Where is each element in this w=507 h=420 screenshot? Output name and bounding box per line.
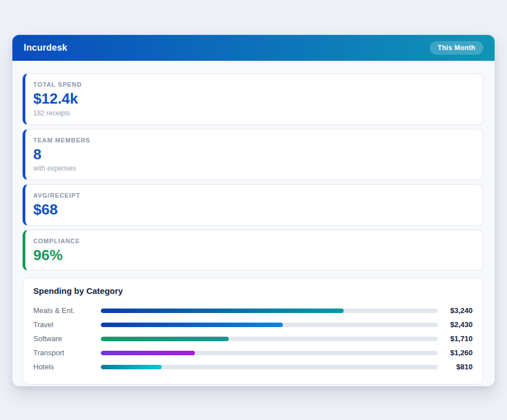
stat-caption: with expenses — [33, 164, 473, 172]
category-amount: $1,260 — [438, 348, 473, 357]
category-label: Meals & Ent. — [33, 306, 101, 315]
chart-title: Spending by Category — [33, 286, 473, 296]
stat-label: TEAM MEMBERS — [33, 137, 473, 144]
category-row: Travel$2,430 — [33, 318, 473, 332]
stat-card-compliance: COMPLIANCE 96% — [23, 230, 483, 271]
period-badge[interactable]: This Month — [430, 41, 483, 55]
category-bar-track — [101, 365, 438, 369]
category-label: Travel — [33, 320, 101, 329]
stat-card-avg-receipt: AVG/RECEIPT $68 — [23, 184, 483, 226]
stat-value: $12.4k — [33, 91, 473, 107]
stat-label: AVG/RECEIPT — [33, 192, 473, 199]
category-row: Hotels$810 — [33, 360, 473, 374]
stat-card-total-spend: TOTAL SPEND $12.4k 182 receipts — [23, 73, 483, 125]
dashboard-card: Incurdesk This Month TOTAL SPEND $12.4k … — [12, 35, 495, 386]
stat-value: $68 — [33, 202, 473, 218]
category-rows: Meals & Ent.$3,240Travel$2,430Software$1… — [33, 303, 473, 374]
category-row: Meals & Ent.$3,240 — [33, 303, 473, 318]
stat-label: TOTAL SPEND — [33, 81, 473, 88]
stat-value: 96% — [33, 247, 473, 263]
stat-caption: 182 receipts — [33, 109, 473, 117]
category-amount: $2,430 — [438, 320, 473, 329]
category-label: Software — [33, 334, 101, 343]
category-amount: $1,710 — [438, 334, 473, 343]
category-bar-track — [101, 351, 438, 355]
category-bar-fill — [101, 323, 283, 327]
category-bar-fill — [101, 365, 162, 369]
category-bar-fill — [101, 337, 229, 341]
category-bar-fill — [101, 309, 344, 313]
stat-value: 8 — [33, 146, 473, 163]
stat-label: COMPLIANCE — [33, 238, 473, 244]
category-row: Software$1,710 — [33, 332, 473, 346]
category-bar-fill — [101, 351, 195, 355]
spending-by-category-panel: Spending by Category Meals & Ent.$3,240T… — [23, 278, 483, 385]
stat-card-team-members: TEAM MEMBERS 8 with expenses — [23, 129, 483, 181]
category-amount: $3,240 — [438, 306, 473, 315]
category-amount: $810 — [438, 363, 473, 371]
app-title: Incurdesk — [24, 43, 67, 53]
category-row: Transport$1,260 — [33, 346, 473, 360]
category-bar-track — [101, 323, 438, 327]
category-label: Hotels — [33, 363, 101, 371]
app-header: Incurdesk This Month — [12, 35, 495, 61]
app-body: TOTAL SPEND $12.4k 182 receipts TEAM MEM… — [12, 61, 495, 386]
category-bar-track — [101, 309, 438, 313]
category-label: Transport — [33, 348, 101, 357]
category-bar-track — [101, 337, 438, 341]
